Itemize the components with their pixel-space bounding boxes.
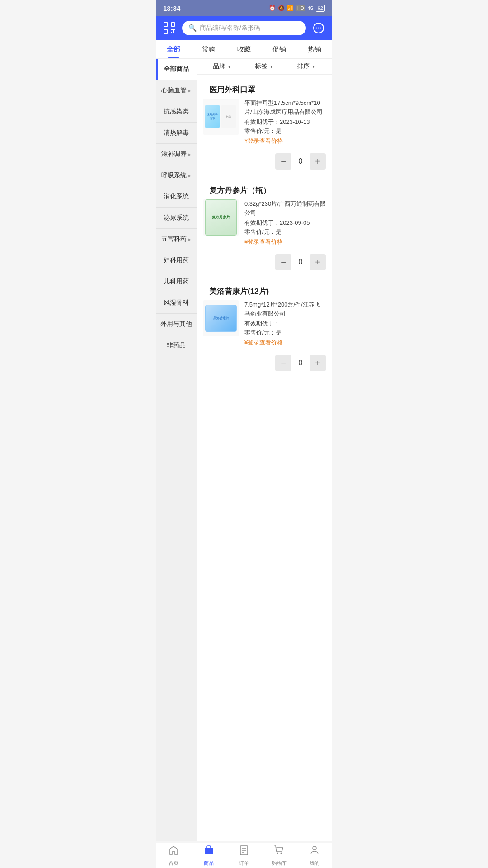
scan-icon[interactable] [161, 20, 178, 36]
hd-icon: HD [296, 5, 305, 11]
sidebar-item-ent[interactable]: 五官科药 ▶ [156, 229, 197, 250]
tab-all[interactable]: 全部 [156, 40, 191, 58]
chevron-down-icon: ▼ [311, 64, 316, 69]
increase-button[interactable]: + [310, 153, 326, 170]
chevron-down-icon: ▼ [227, 64, 232, 69]
mask-product-image: 医用外科口罩 包装 [205, 103, 237, 130]
message-icon[interactable] [310, 20, 327, 36]
filter-bar: 品牌 ▼ 标签 ▼ 排序 ▼ [197, 59, 332, 75]
chevron-right-icon: ▶ [188, 152, 191, 157]
tab-promo[interactable]: 促销 [262, 40, 297, 58]
sidebar-item-all[interactable]: 全部商品 [156, 59, 197, 80]
product-image: 复方丹参片 [203, 199, 239, 236]
danshan-product-image: 复方丹参片 [205, 199, 237, 236]
list-item: 复方丹参片（瓶） 复方丹参片 0.32g*230片/广西万通制药有限公司 有效期… [197, 175, 332, 276]
chevron-down-icon: ▼ [269, 64, 274, 69]
sidebar-label: 抗感染类 [164, 108, 189, 116]
product-info: 平面挂耳型17.5cm*9.5cm*10片/山东海成医疗用品有限公司 有效期优于… [244, 99, 326, 145]
sidebar-label: 全部商品 [164, 65, 189, 73]
product-info: 7.5mg*12片*200盒/件/江苏飞马药业有限公司 有效期优于： 零售价/元… [244, 300, 326, 347]
list-item: 医用外科口罩 医用外科口罩 包装 平面挂耳型17.5cm*9.5cm*10片/山… [197, 75, 332, 175]
sidebar-label: 风湿骨科 [164, 299, 189, 307]
product-image: 美洛昔康片 [203, 300, 239, 336]
product-validity: 有效期优于：2023-10-13 [244, 118, 326, 126]
sidebar-label: 非药品 [167, 341, 186, 349]
sidebar-item-pediatrics[interactable]: 儿科用药 [156, 271, 197, 292]
sidebar-label: 外用与其他 [160, 320, 192, 328]
increase-button[interactable]: + [310, 254, 326, 270]
sidebar-label: 清热解毒 [164, 129, 189, 137]
tab-hot[interactable]: 热销 [297, 40, 332, 58]
category-tabs: 全部 常购 收藏 促销 热销 [156, 40, 332, 59]
product-list: 品牌 ▼ 标签 ▼ 排序 ▼ 医用外科口罩 医用外科口罩 [197, 59, 332, 841]
sidebar-label: 心脑血管 [161, 86, 187, 94]
main-content: 全部商品 心脑血管 ▶ 抗感染类 清热解毒 滋补调养 ▶ 呼吸系统 ▶ 消化系统… [156, 59, 332, 841]
decrease-button[interactable]: − [275, 355, 291, 371]
sidebar: 全部商品 心脑血管 ▶ 抗感染类 清热解毒 滋补调养 ▶ 呼吸系统 ▶ 消化系统… [156, 59, 197, 841]
sidebar-item-cardio[interactable]: 心脑血管 ▶ [156, 80, 197, 101]
brand-filter-btn[interactable]: 品牌 ▼ [202, 62, 242, 71]
tab-favorites[interactable]: 收藏 [226, 40, 262, 58]
increase-button[interactable]: + [310, 355, 326, 371]
sidebar-item-heat-detox[interactable]: 清热解毒 [156, 123, 197, 144]
product-title: 医用外科口罩 [203, 79, 326, 99]
svg-point-8 [318, 28, 319, 29]
sort-filter-btn[interactable]: 排序 ▼ [286, 62, 327, 71]
product-price[interactable]: ¥登录查看价格 [244, 137, 326, 145]
svg-rect-0 [164, 23, 168, 26]
chevron-right-icon: ▶ [188, 88, 191, 93]
sidebar-item-digestive[interactable]: 消化系统 [156, 186, 197, 208]
status-bar: 13:34 ⏰ 🔕 📶 HD 4G 62 [156, 0, 332, 16]
sidebar-item-nourish[interactable]: 滋补调养 ▶ [156, 144, 197, 165]
product-content: 医用外科口罩 包装 平面挂耳型17.5cm*9.5cm*10片/山东海成医疗用品… [203, 99, 326, 150]
alarm-icon: ⏰ [269, 5, 276, 11]
product-content: 复方丹参片 0.32g*230片/广西万通制药有限公司 有效期优于：2023-0… [203, 199, 326, 250]
sidebar-item-gynecology[interactable]: 妇科用药 [156, 250, 197, 271]
chevron-right-icon: ▶ [188, 237, 191, 242]
product-price[interactable]: ¥登录查看价格 [244, 339, 326, 347]
tag-filter-btn[interactable]: 标签 ▼ [244, 62, 284, 71]
sidebar-item-topical[interactable]: 外用与其他 [156, 314, 197, 335]
product-description: 平面挂耳型17.5cm*9.5cm*10片/山东海成医疗用品有限公司 [244, 99, 326, 116]
search-bar[interactable]: 🔍 商品编码/名称/条形码 [182, 21, 306, 35]
product-title: 美洛昔康片(12片) [203, 281, 326, 300]
svg-rect-1 [171, 23, 175, 26]
sidebar-item-non-drug[interactable]: 非药品 [156, 335, 197, 356]
svg-point-9 [320, 28, 322, 29]
sidebar-label: 消化系统 [164, 193, 189, 201]
svg-rect-2 [164, 30, 168, 33]
sidebar-label: 儿科用药 [164, 278, 189, 286]
product-validity: 有效期优于：2023-09-05 [244, 219, 326, 227]
status-time: 13:34 [163, 5, 180, 12]
sidebar-item-rheumatism[interactable]: 风湿骨科 [156, 292, 197, 314]
decrease-button[interactable]: − [275, 153, 291, 170]
brand-label: 品牌 [213, 62, 225, 71]
product-price[interactable]: ¥登录查看价格 [244, 238, 326, 246]
search-placeholder: 商品编码/名称/条形码 [200, 24, 260, 32]
sidebar-item-respiratory[interactable]: 呼吸系统 ▶ [156, 165, 197, 186]
product-info: 0.32g*230片/广西万通制药有限公司 有效期优于：2023-09-05 零… [244, 199, 326, 246]
quantity-value: 0 [291, 258, 310, 266]
decrease-button[interactable]: − [275, 254, 291, 270]
signal-icon: 4G [307, 6, 313, 11]
search-icon: 🔍 [188, 24, 197, 32]
sidebar-item-anti-infect[interactable]: 抗感染类 [156, 101, 197, 123]
product-description: 7.5mg*12片*200盒/件/江苏飞马药业有限公司 [244, 300, 326, 318]
sidebar-label: 五官科药 [161, 235, 187, 243]
sidebar-item-urinary[interactable]: 泌尿系统 [156, 208, 197, 229]
tag-label: 标签 [255, 62, 267, 71]
wifi-icon: 📶 [287, 5, 294, 11]
sidebar-label: 滋补调养 [161, 150, 187, 158]
product-title: 复方丹参片（瓶） [203, 180, 326, 199]
quantity-control: − 0 + [203, 150, 326, 175]
sidebar-label: 妇科用药 [164, 256, 189, 264]
tab-frequent[interactable]: 常购 [191, 40, 226, 58]
product-retail: 零售价/元：是 [244, 228, 326, 236]
battery-icon: 62 [316, 5, 325, 12]
mute-icon: 🔕 [278, 5, 285, 11]
product-retail: 零售价/元：是 [244, 329, 326, 337]
quantity-value: 0 [291, 157, 310, 165]
product-content: 美洛昔康片 7.5mg*12片*200盒/件/江苏飞马药业有限公司 有效期优于：… [203, 300, 326, 351]
list-item: 美洛昔康片(12片) 美洛昔康片 7.5mg*12片*200盒/件/江苏飞马药业… [197, 276, 332, 377]
quantity-value: 0 [291, 359, 310, 367]
